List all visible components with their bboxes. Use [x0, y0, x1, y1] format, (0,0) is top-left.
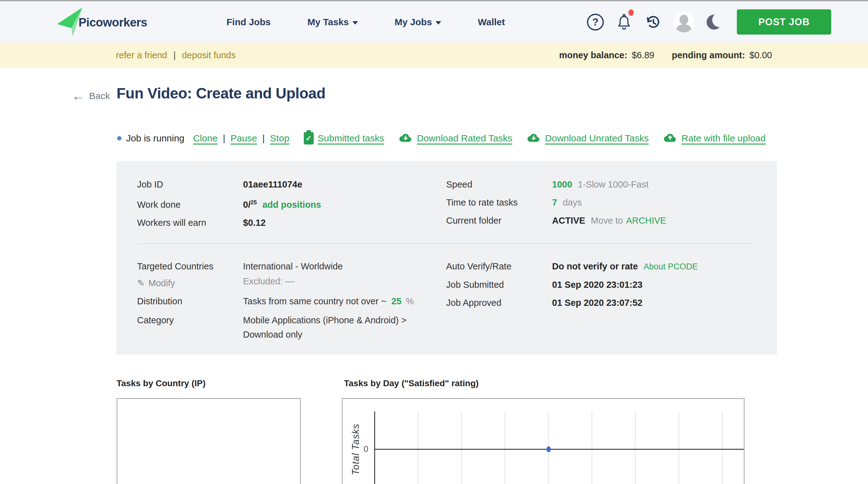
distribution-label: Distribution — [137, 295, 243, 308]
nav-wallet[interactable]: Wallet — [478, 17, 505, 27]
help-icon[interactable]: ? — [587, 14, 604, 31]
job-approved-value: 01 Sep 2020 23:07:52 — [552, 296, 643, 309]
current-folder-row: Current folder ACTIVE Move to ARCHIVE — [446, 214, 755, 227]
job-approved-label: Job Approved — [446, 296, 552, 309]
user-avatar[interactable] — [674, 12, 694, 32]
work-done-label: Work done — [137, 198, 243, 211]
cloud-upload-icon — [663, 132, 677, 145]
dark-mode-moon-icon[interactable] — [706, 14, 722, 30]
download-unrated-tasks-link[interactable]: Download Unrated Tasks — [527, 132, 649, 145]
modify-label: Modify — [148, 277, 175, 289]
job-submitted-label: Job Submitted — [446, 279, 552, 291]
pending-amount-value: $0.00 — [749, 50, 772, 60]
history-icon[interactable] — [644, 13, 662, 31]
brand-logo[interactable]: Picoworkers — [55, 6, 147, 39]
notification-badge — [628, 9, 634, 16]
time-to-rate-label: Time to rate tasks — [446, 196, 552, 209]
job-submitted-value: 01 Sep 2020 23:01:23 — [552, 279, 643, 291]
data-point — [547, 446, 551, 452]
deposit-funds-link[interactable]: deposit funds — [182, 50, 236, 60]
workers-earn-row: Workers will earn $0.12 — [137, 217, 446, 229]
tasks-by-country-chart — [117, 398, 301, 484]
pending-amount-label: pending amount: — [672, 50, 745, 60]
main-nav: Find Jobs My Tasks My Jobs Wallet — [226, 1, 505, 43]
gridline — [635, 412, 636, 484]
job-approved-row: Job Approved 01 Sep 2020 23:07:52 — [446, 296, 755, 309]
submitted-tasks-link[interactable]: ✓ Submitted tasks — [304, 132, 384, 144]
distribution-value: Tasks from same country not over ~ 25 % — [243, 295, 414, 308]
current-folder-label: Current folder — [446, 214, 552, 227]
nav-find-jobs-label: Find Jobs — [226, 17, 271, 27]
gridline — [722, 412, 722, 484]
targeted-countries-label: Targeted Countries — [137, 261, 213, 271]
brand-name: Picoworkers — [79, 16, 147, 29]
back-button[interactable]: ← Back — [72, 90, 110, 102]
speed-value: 1000 — [552, 178, 572, 191]
speed-label: Speed — [446, 178, 552, 191]
download-unrated-tasks-label: Download Unrated Tasks — [545, 133, 649, 143]
targeted-countries-label-block: Targeted Countries ✎ Modify — [137, 260, 243, 289]
nav-my-tasks[interactable]: My Tasks — [308, 17, 358, 27]
targeted-countries-row: Targeted Countries ✎ Modify Internationa… — [137, 260, 446, 289]
pencil-icon: ✎ — [137, 277, 145, 289]
money-balance-value: $6.89 — [632, 50, 655, 60]
gridline — [418, 412, 418, 484]
action-separator: | — [223, 133, 225, 143]
nav-my-tasks-label: My Tasks — [308, 17, 349, 27]
clipboard-check-icon: ✓ — [304, 132, 314, 144]
tasks-by-day-chart: 0 Total Tasks — [342, 398, 745, 484]
add-positions-link[interactable]: add positions — [262, 198, 321, 211]
stop-link[interactable]: Stop — [270, 133, 289, 143]
avatar-silhouette-head — [680, 14, 688, 25]
post-job-button[interactable]: POST JOB — [737, 9, 831, 35]
balance-info: money balance: $6.89 pending amount: $0.… — [559, 43, 772, 68]
clone-link[interactable]: Clone — [193, 133, 217, 143]
time-to-rate-value: 7 — [552, 196, 557, 209]
refer-a-friend-link[interactable]: refer a friend — [116, 50, 167, 60]
main-navbar: Picoworkers Find Jobs My Tasks My Jobs W… — [0, 1, 868, 43]
workers-earn-value: $0.12 — [243, 217, 266, 229]
cloud-download-icon — [399, 132, 413, 145]
nav-my-jobs[interactable]: My Jobs — [395, 17, 441, 27]
time-to-rate-unit: days — [563, 196, 582, 209]
work-done-value: 0/25 — [243, 196, 257, 211]
gridline — [461, 412, 462, 484]
rate-with-file-upload-link[interactable]: Rate with file upload — [663, 132, 766, 145]
submitted-tasks-label: Submitted tasks — [318, 133, 384, 143]
cloud-download-icon — [527, 132, 541, 145]
job-id-value: 01aee111074e — [243, 178, 302, 191]
auto-verify-label: Auto Verify/Rate — [446, 260, 552, 272]
modify-link[interactable]: ✎ Modify — [137, 277, 243, 289]
y-axis-line — [374, 412, 375, 484]
gridline — [592, 412, 592, 484]
account-topbar: refer a friend | deposit funds money bal… — [0, 43, 868, 68]
category-value: Mobile Applications (iPhone & Android) >… — [243, 313, 436, 342]
rate-with-file-upload-label: Rate with file upload — [681, 133, 766, 143]
panel-divider — [137, 243, 752, 244]
notifications-bell-icon[interactable] — [616, 13, 632, 31]
gridline — [679, 412, 679, 484]
nav-find-jobs[interactable]: Find Jobs — [226, 17, 271, 27]
job-status-text: Job is running — [126, 133, 184, 143]
money-balance-label: money balance: — [559, 50, 627, 60]
pause-link[interactable]: Pause — [230, 133, 257, 143]
details2-left-column: Targeted Countries ✎ Modify Internationa… — [137, 260, 446, 347]
category-label: Category — [137, 314, 243, 326]
move-to-text: Move to — [591, 214, 623, 227]
download-rated-tasks-link[interactable]: Download Rated Tasks — [399, 132, 512, 145]
y-axis-label: Total Tasks — [350, 424, 362, 475]
speed-hint: 1-Slow 1000-Fast — [578, 178, 649, 191]
about-pcode-link[interactable]: About PCODE — [644, 260, 698, 273]
auto-verify-row: Auto Verify/Rate Do not verify or rate A… — [446, 260, 755, 273]
archive-link[interactable]: ARCHIVE — [626, 214, 666, 227]
topbar-links: refer a friend | deposit funds — [116, 43, 236, 68]
speed-row: Speed 1000 1-Slow 1000-Fast — [446, 178, 755, 191]
job-submitted-row: Job Submitted 01 Sep 2020 23:01:23 — [446, 279, 755, 291]
back-arrow-icon: ← — [72, 90, 85, 102]
action-separator: | — [262, 133, 265, 143]
category-row: Category Mobile Applications (iPhone & A… — [137, 313, 446, 342]
job-details-panel: Job ID 01aee111074e Work done 0/25 add p… — [117, 161, 777, 354]
job-id-label: Job ID — [137, 178, 243, 191]
chevron-down-icon — [436, 21, 441, 25]
targeted-countries-value-block: International - Worldwide Excluded: — — [243, 260, 343, 288]
